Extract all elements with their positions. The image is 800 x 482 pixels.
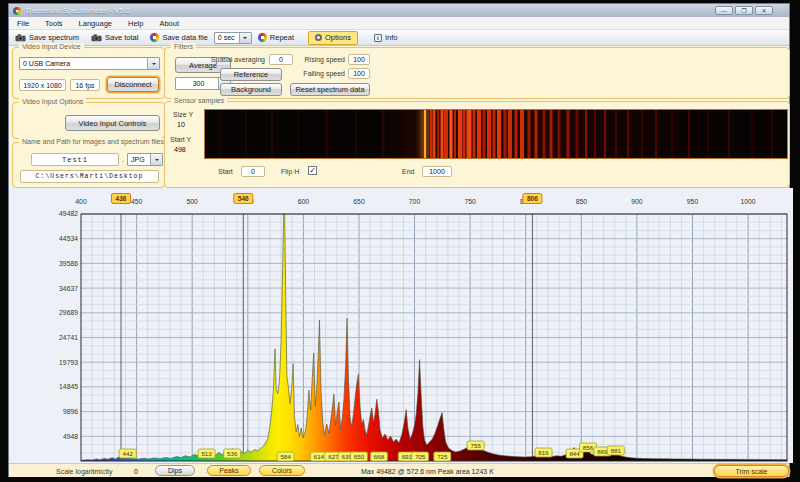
x-axis-tick-label: 900 (631, 198, 643, 205)
x-axis-tick-label: 850 (576, 198, 588, 205)
info-button[interactable]: i Info (368, 32, 404, 44)
fps-field[interactable]: 16 fps (70, 79, 100, 91)
info-icon: i (374, 34, 382, 42)
svg-text:584: 584 (280, 453, 291, 460)
video-input-controls-button[interactable]: Video Input Controls (65, 115, 160, 131)
reference-button[interactable]: Reference (220, 68, 282, 81)
disconnect-button[interactable]: Disconnect (107, 77, 159, 92)
sensor-spectral-line (458, 110, 462, 158)
peak-label-badge: 442 (119, 449, 136, 458)
save-data-file-button[interactable]: Save data file (144, 32, 213, 44)
file-name-field[interactable]: Test1 (31, 153, 119, 166)
calibration-badge[interactable]: 546 (234, 194, 253, 204)
size-y-value[interactable]: 10 (177, 121, 185, 128)
dot-separator: . (122, 156, 124, 163)
start-label: Start (218, 168, 233, 175)
svg-text:755: 755 (471, 442, 482, 449)
sensor-spectral-line (550, 110, 553, 158)
start-field[interactable]: 0 (241, 166, 265, 177)
color-wheel-icon (258, 33, 267, 42)
sensor-strip-glow (205, 110, 787, 158)
sensor-spectral-line (381, 110, 384, 158)
svg-text:881: 881 (611, 447, 622, 454)
scale-logaritmicity-label: Scale logaritmicity (56, 468, 112, 475)
sensor-samples-group: Sensor samples Size Y 10 Start Y 498 Sta… (164, 101, 790, 188)
repeat-button[interactable]: Repeat (252, 32, 300, 44)
scale-logaritmicity-value[interactable]: 0 (134, 468, 138, 475)
video-device-select[interactable]: 0 USB Camera (19, 57, 160, 70)
sensor-spectral-line (454, 110, 456, 158)
repeat-interval-select[interactable]: 0 sec (214, 32, 252, 44)
sensor-spectral-line (604, 110, 606, 158)
y-axis-tick-label: 24741 (59, 334, 78, 341)
camera-icon (15, 34, 26, 42)
sensor-spectral-line (671, 110, 673, 158)
sensor-spectral-line (473, 110, 476, 158)
sensor-spectral-line (503, 110, 506, 158)
sensor-spectral-line (566, 110, 569, 158)
calibration-badge[interactable]: 436 (112, 194, 131, 204)
sensor-spectral-line (627, 110, 629, 158)
sensor-spectral-line (655, 110, 657, 158)
x-axis-tick-label: 750 (464, 198, 476, 205)
status-bar: Scale logaritmicity 0 Dips Peaks Colors … (9, 463, 789, 477)
sensor-spectral-line (433, 110, 436, 158)
y-axis-tick-label: 19793 (59, 359, 78, 366)
svg-text:536: 536 (227, 450, 238, 457)
file-naming-group: Name and Path for images and spectrum fi… (12, 142, 165, 188)
svg-text:844: 844 (569, 450, 580, 457)
file-path-field[interactable]: C:\Users\Marti\Desktop (20, 170, 159, 183)
minimize-button[interactable]: — (715, 6, 733, 15)
restore-button[interactable]: ❐ (735, 6, 753, 15)
menu-language[interactable]: Language (71, 19, 120, 28)
options-button[interactable]: Options (308, 31, 358, 45)
menu-about[interactable]: About (151, 19, 187, 28)
app-window: Theremino Spectrometer - V5.0 — ❐ ✕ File… (8, 3, 790, 477)
camera-icon (91, 34, 102, 42)
save-spectrum-button[interactable]: Save spectrum (9, 32, 85, 44)
background-button[interactable]: Background (220, 83, 282, 96)
peak-label-badge: 584 (277, 452, 294, 461)
peaks-button[interactable]: Peaks (207, 465, 251, 476)
flip-h-checkbox[interactable]: ✓ (308, 166, 317, 175)
chevron-down-icon (150, 154, 162, 165)
start-y-value[interactable]: 498 (174, 146, 186, 153)
spatial-averaging-field[interactable]: 0 (269, 54, 293, 65)
close-button[interactable]: ✕ (755, 6, 773, 15)
title-bar: Theremino Spectrometer - V5.0 — ❐ ✕ (9, 4, 789, 17)
sensor-spectral-line (405, 110, 407, 158)
reset-spectrum-data-button[interactable]: Reset spectrum data (290, 83, 370, 96)
file-format-select[interactable]: JPG (127, 153, 163, 166)
size-y-label: Size Y (173, 111, 193, 118)
svg-text:668: 668 (374, 453, 385, 460)
group-title: Filters (171, 43, 196, 50)
peak-label-badge: 816 (535, 448, 552, 457)
x-axis-tick-label: 650 (353, 198, 365, 205)
spectrum-chart[interactable]: 4948989614845197932474129689346373958644… (9, 188, 793, 463)
video-input-options-group: Video Input Options Video Input Controls (12, 102, 165, 139)
menu-help[interactable]: Help (120, 19, 151, 28)
x-axis-tick-label: 600 (298, 198, 310, 205)
sensor-spectral-line (218, 110, 221, 158)
dips-button[interactable]: Dips (155, 465, 195, 476)
falling-speed-field[interactable]: 100 (348, 68, 370, 79)
sensor-spectral-line (424, 110, 426, 158)
falling-speed-label: Falling speed (303, 70, 345, 77)
svg-text:436: 436 (116, 195, 127, 202)
sensor-spectral-line (520, 110, 524, 158)
colors-button[interactable]: Colors (259, 465, 305, 476)
group-title: Name and Path for images and spectrum fi… (19, 138, 167, 145)
end-field[interactable]: 1000 (422, 166, 452, 177)
rising-speed-field[interactable]: 100 (348, 54, 370, 65)
menu-tools[interactable]: Tools (37, 19, 71, 28)
resolution-field[interactable]: 1920 x 1080 (19, 79, 66, 91)
trim-scale-button[interactable]: Trim scale (714, 465, 789, 477)
save-total-button[interactable]: Save total (85, 32, 144, 44)
y-axis-tick-label: 4948 (63, 433, 78, 440)
svg-text:869: 869 (597, 448, 608, 455)
calibration-badge[interactable]: 806 (523, 194, 542, 204)
sensor-spectral-line (575, 110, 578, 158)
sensor-spectral-line (477, 110, 481, 158)
menu-file[interactable]: File (9, 19, 37, 28)
y-axis-tick-label: 39586 (59, 260, 78, 267)
